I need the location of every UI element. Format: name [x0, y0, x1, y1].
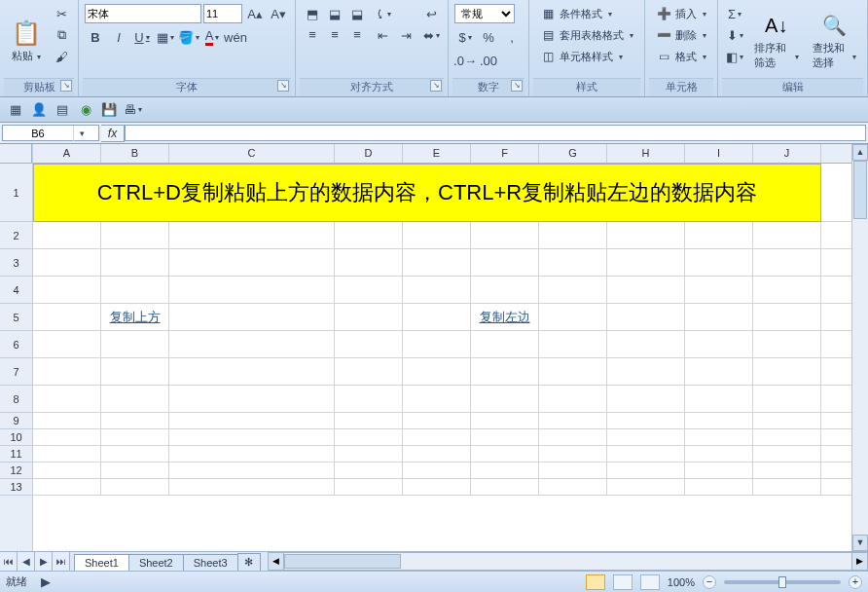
view-page-layout[interactable]	[613, 574, 633, 590]
cell[interactable]	[753, 446, 821, 462]
name-box-input[interactable]	[3, 128, 73, 139]
row-header[interactable]: 13	[0, 479, 32, 496]
cell[interactable]	[607, 358, 685, 385]
percent-button[interactable]: %	[478, 27, 499, 47]
font-color-button[interactable]: A	[201, 27, 223, 47]
fill-color-button[interactable]: 🪣	[178, 27, 199, 47]
bold-button[interactable]: B	[85, 27, 106, 47]
orientation-button[interactable]: ⤹	[372, 4, 393, 23]
cell[interactable]	[607, 277, 685, 303]
cell[interactable]	[33, 331, 101, 357]
phonetic-button[interactable]: wén	[225, 27, 246, 47]
format-button[interactable]: ▭格式	[651, 47, 711, 66]
row-header[interactable]: 8	[0, 386, 32, 413]
cell[interactable]	[403, 446, 471, 462]
cell[interactable]	[753, 479, 821, 495]
column-header[interactable]: G	[539, 144, 607, 163]
align-bottom[interactable]: ⬓	[346, 4, 368, 23]
cell[interactable]	[335, 413, 403, 428]
view-page-break[interactable]	[640, 574, 660, 590]
cell[interactable]	[101, 429, 169, 445]
cell[interactable]	[169, 222, 335, 248]
zoom-out[interactable]: −	[703, 575, 716, 589]
cell[interactable]	[539, 429, 607, 445]
cell[interactable]	[403, 462, 471, 478]
cell[interactable]	[753, 462, 821, 478]
conditional-format-button[interactable]: ▦条件格式	[535, 4, 638, 23]
cell[interactable]	[607, 413, 685, 428]
row-header[interactable]: 12	[0, 462, 32, 479]
cell[interactable]	[685, 304, 753, 330]
cell[interactable]	[685, 446, 753, 462]
column-header[interactable]: D	[335, 144, 403, 163]
cell[interactable]	[471, 429, 539, 445]
cell[interactable]	[335, 358, 403, 385]
row-header[interactable]: 11	[0, 446, 32, 462]
scroll-thumb[interactable]	[284, 554, 401, 569]
cell[interactable]	[471, 358, 539, 385]
cell[interactable]	[335, 331, 403, 357]
cell[interactable]	[335, 429, 403, 445]
qat-btn-4[interactable]: ◉	[76, 101, 95, 119]
cell[interactable]	[471, 277, 539, 303]
cell[interactable]	[403, 331, 471, 357]
cell[interactable]	[685, 413, 753, 428]
zoom-thumb[interactable]	[778, 576, 786, 588]
dialog-launcher[interactable]: ↘	[430, 80, 442, 92]
underline-button[interactable]: U	[131, 27, 153, 47]
scroll-up[interactable]: ▲	[852, 144, 868, 161]
font-size-input[interactable]	[203, 4, 242, 23]
find-select-button[interactable]: 🔍 查找和选择	[806, 2, 864, 78]
cell[interactable]	[685, 331, 753, 357]
cell[interactable]	[169, 304, 335, 330]
cell[interactable]	[33, 479, 101, 495]
cell[interactable]	[753, 413, 821, 428]
align-left[interactable]: ≡	[302, 24, 323, 44]
cell[interactable]	[403, 249, 471, 276]
link-copy-left[interactable]: 复制左边	[471, 304, 538, 330]
column-header[interactable]: E	[403, 144, 471, 163]
scroll-track[interactable]	[284, 552, 851, 571]
zoom-slider[interactable]	[724, 580, 841, 584]
column-header[interactable]: B	[101, 144, 169, 163]
cell[interactable]	[607, 249, 685, 276]
cell[interactable]	[101, 446, 169, 462]
row-header[interactable]: 5	[0, 304, 32, 331]
cell[interactable]	[539, 358, 607, 385]
cell[interactable]	[33, 429, 101, 445]
align-right[interactable]: ≡	[346, 24, 368, 44]
cell[interactable]	[101, 386, 169, 412]
cell[interactable]	[753, 386, 821, 412]
paste-button[interactable]: 📋 粘贴	[4, 2, 49, 78]
cell[interactable]	[403, 358, 471, 385]
cell[interactable]	[471, 386, 539, 412]
qat-btn-2[interactable]: 👤	[29, 101, 49, 119]
cell[interactable]	[101, 462, 169, 478]
cell[interactable]	[403, 386, 471, 412]
decrease-font-button[interactable]: A▾	[268, 4, 289, 23]
autosum-button[interactable]: Σ	[724, 4, 745, 23]
cell[interactable]	[169, 277, 335, 303]
increase-indent[interactable]: ⇥	[395, 25, 416, 45]
cell[interactable]	[169, 331, 335, 357]
row-header[interactable]: 1	[0, 164, 32, 222]
qat-btn-3[interactable]: ▤	[53, 101, 72, 119]
cell[interactable]	[685, 358, 753, 385]
cell[interactable]	[539, 304, 607, 330]
column-header[interactable]: J	[753, 144, 821, 163]
cell[interactable]: 复制上方	[101, 304, 169, 330]
column-header[interactable]: H	[607, 144, 685, 163]
dialog-launcher[interactable]: ↘	[60, 80, 72, 92]
cell[interactable]	[335, 249, 403, 276]
cell[interactable]	[539, 331, 607, 357]
cell[interactable]	[685, 277, 753, 303]
cell[interactable]	[101, 249, 169, 276]
cell[interactable]	[33, 222, 101, 248]
copy-button[interactable]: ⧉	[51, 25, 72, 45]
cell[interactable]	[607, 331, 685, 357]
tab-nav-prev[interactable]: ◀	[18, 552, 35, 571]
zoom-in[interactable]: +	[849, 575, 862, 589]
cell[interactable]	[169, 462, 335, 478]
cell[interactable]	[101, 479, 169, 495]
cell[interactable]	[471, 331, 539, 357]
